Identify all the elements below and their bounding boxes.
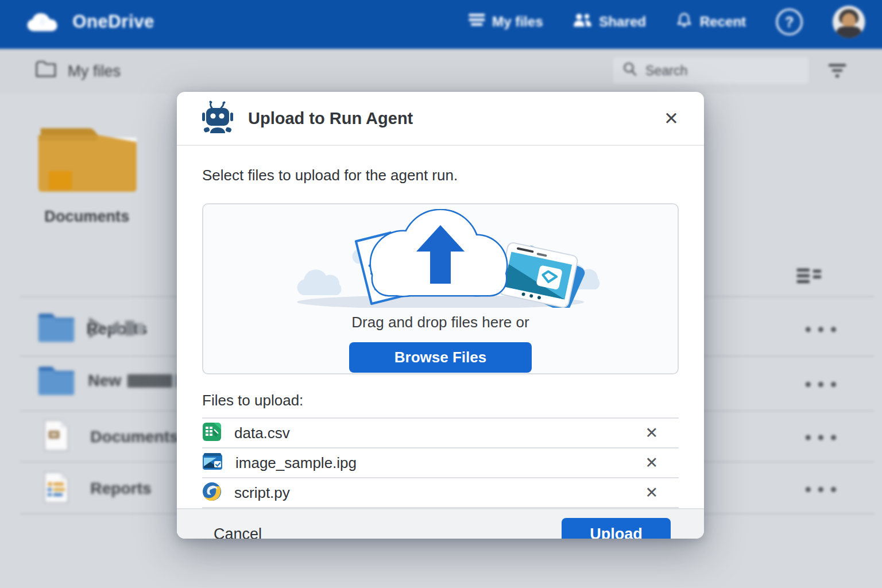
folder-blue-icon <box>37 335 75 345</box>
row-label: New <box>88 372 121 390</box>
redacted-text-block <box>127 374 172 387</box>
row-label: Reports <box>90 479 151 498</box>
search-input[interactable]: Search <box>613 57 808 84</box>
file-name: image_sample.ipg <box>235 454 357 472</box>
avatar-shoulders <box>836 26 861 38</box>
folder-amber-icon <box>37 185 137 195</box>
remove-file-icon[interactable]: ✕ <box>641 452 662 473</box>
top-navigation: My files Shared Recent ? <box>469 6 865 38</box>
search-icon <box>622 61 637 80</box>
top-header-bar: OneDrive My files Shared <box>0 0 882 49</box>
filter-icon[interactable] <box>827 60 847 83</box>
redacted-media-name <box>88 317 152 339</box>
document-file-icon <box>43 419 69 454</box>
tile-label: Documents <box>37 208 137 226</box>
nav-shared[interactable]: Shared <box>573 13 646 31</box>
more-options-icon[interactable] <box>806 327 836 332</box>
folder-row-new[interactable]: New <box>37 365 75 399</box>
dropzone[interactable]: Drag and drop files here or Browse Files <box>202 203 679 374</box>
cancel-button[interactable]: Cancel <box>214 525 262 539</box>
upload-file-list: data.csv ✕ image_sample.ipg ✕ script.py … <box>202 417 679 508</box>
remove-file-icon[interactable]: ✕ <box>641 423 662 443</box>
nav-label: Shared <box>599 14 646 30</box>
folder-outline-icon <box>36 60 56 82</box>
modal-title: Upload to Run Agent <box>248 109 413 128</box>
breadcrumb-label: My files <box>68 62 121 80</box>
close-icon[interactable]: ✕ <box>662 107 681 130</box>
search-placeholder: Search <box>645 63 687 78</box>
user-avatar[interactable] <box>833 6 865 38</box>
list-view-icon[interactable] <box>796 266 822 288</box>
bell-icon <box>676 12 692 32</box>
modal-header: Upload to Run Agent ✕ <box>177 92 704 146</box>
folder-blue-icon <box>37 389 75 399</box>
breadcrumb-toolbar: My files Search <box>0 49 882 93</box>
brand-name: OneDrive <box>72 11 154 32</box>
files-to-upload-label: Files to upload: <box>202 392 679 409</box>
breadcrumb[interactable]: My files <box>36 60 121 82</box>
row-label: Documents <box>90 427 178 446</box>
modal-intro-text: Select files to upload for the agent run… <box>202 167 679 184</box>
file-row: script.py ✕ <box>202 478 679 508</box>
list-icon <box>469 13 485 31</box>
dropzone-caption: Drag and drop files here or <box>351 314 529 331</box>
nav-label: My files <box>492 14 543 30</box>
csv-file-icon <box>202 422 222 444</box>
file-name: data.csv <box>234 424 290 442</box>
modal-footer: Cancel Upload <box>177 508 704 539</box>
file-row-reports[interactable]: Reports <box>43 471 152 506</box>
file-row: data.csv ✕ <box>202 419 679 448</box>
modal-body: Select files to upload for the agent run… <box>177 146 704 508</box>
people-icon <box>573 13 591 31</box>
folder-tile-documents[interactable]: Documents <box>37 125 137 226</box>
remove-file-icon[interactable]: ✕ <box>641 482 662 503</box>
help-label: ? <box>785 14 794 30</box>
onedrive-brand[interactable]: OneDrive <box>26 9 154 35</box>
file-row-documents[interactable]: Documents <box>43 419 179 454</box>
nav-recent[interactable]: Recent <box>676 12 746 32</box>
robot-icon <box>202 100 233 137</box>
more-options-icon[interactable] <box>806 382 836 387</box>
more-options-icon[interactable] <box>806 435 836 440</box>
onedrive-cloud-logo-icon <box>26 9 62 35</box>
image-file-icon <box>202 452 223 473</box>
upload-modal: Upload to Run Agent ✕ Select files to up… <box>177 92 704 539</box>
help-button[interactable]: ? <box>776 9 802 35</box>
upload-button[interactable]: Upload <box>562 518 671 539</box>
page: OneDrive My files Shared <box>0 0 882 588</box>
more-options-icon[interactable] <box>806 487 836 492</box>
python-file-icon <box>202 482 222 504</box>
nav-my-files[interactable]: My files <box>469 13 543 31</box>
browse-files-button[interactable]: Browse Files <box>349 342 532 373</box>
file-row: image_sample.ipg ✕ <box>202 448 679 478</box>
file-name: script.py <box>234 484 290 502</box>
nav-label: Recent <box>700 14 746 30</box>
report-file-icon <box>43 471 69 506</box>
upload-cloud-illustration <box>268 209 613 310</box>
